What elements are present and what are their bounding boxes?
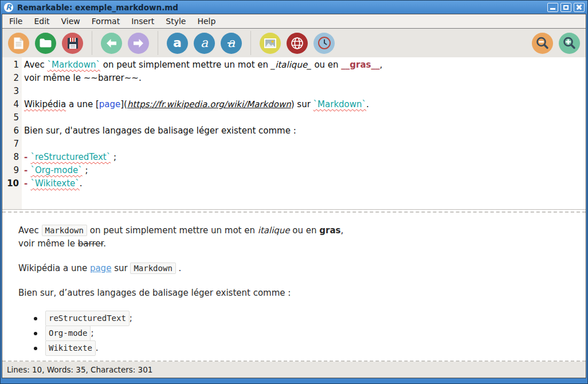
line-number: 5 <box>2 111 19 124</box>
editor-line[interactable] <box>24 85 586 98</box>
editor-text-segment: . <box>80 178 83 189</box>
editor-text-segment: `Markdown` <box>48 60 100 70</box>
folder-icon <box>39 38 52 48</box>
editor-text-segment: Wikipédia <box>24 99 66 109</box>
editor-text-segment: - <box>24 178 30 189</box>
zoom-out-button[interactable] <box>532 33 553 54</box>
arrow-left-icon <box>106 38 117 48</box>
preview-line: voir même le barrer. <box>18 237 574 250</box>
strikethrough-button[interactable]: a <box>221 33 242 54</box>
line-number: 2 <box>2 72 19 85</box>
preview-text: ; <box>91 327 93 340</box>
redo-button[interactable] <box>128 33 149 54</box>
editor-text-segment: Avec <box>24 60 48 70</box>
toolbar-separator <box>250 31 251 55</box>
preview-text: italique <box>258 225 290 236</box>
line-number: 3 <box>2 85 19 98</box>
maximize-icon <box>563 5 569 10</box>
editor-line[interactable]: - `Wikitexte`. <box>24 177 586 190</box>
line-number: 9 <box>2 164 19 177</box>
preview-line: Bien sur, d’autres langages de balisage … <box>18 287 574 300</box>
editor-text-segment: , <box>380 60 383 70</box>
preview-text: . <box>96 342 99 355</box>
list-item: Wikitexte . <box>18 341 574 355</box>
line-number: 6 <box>2 124 19 138</box>
insert-link-button[interactable] <box>287 33 308 54</box>
preview-text: Bien sur, d’autres langages de balisage … <box>18 288 291 298</box>
line-number: 1 <box>2 58 19 72</box>
menu-view[interactable]: View <box>56 17 86 26</box>
bold-a-icon: a <box>173 37 182 49</box>
editor-line[interactable]: - `reStructuredText` ; <box>24 151 586 164</box>
close-button[interactable] <box>574 3 585 12</box>
editor-line[interactable]: Wikipédia a une [page](https://fr.wikipe… <box>24 98 586 111</box>
line-number: 8 <box>2 151 19 164</box>
floppy-icon <box>67 37 79 49</box>
editor-text-segment: on peut simplement mettre un mot en <box>100 60 271 70</box>
editor-text-segment: a une [ <box>66 99 99 109</box>
remarkable-logo-icon: R <box>4 3 13 12</box>
editor-text-area[interactable]: Avec `Markdown` on peut simplement mettr… <box>22 57 586 209</box>
editor-text-segment: . <box>366 99 369 109</box>
maximize-button[interactable] <box>560 3 571 12</box>
editor-text-segment: __gras__ <box>341 60 379 70</box>
toolbar: aaa <box>2 29 586 57</box>
pane-splitter[interactable] <box>2 209 586 214</box>
list-item: reStructuredText ; <box>18 311 574 326</box>
arrow-right-icon <box>133 38 144 48</box>
editor-line[interactable]: voir même le ~~barrer~~. <box>24 72 586 85</box>
preview-text: ou en <box>290 225 320 236</box>
editor-text-segment: page <box>99 99 120 109</box>
editor-text-segment: `Markdown` <box>313 99 366 109</box>
editor-text-segment: ]( <box>120 99 127 109</box>
menu-bar: FileEditViewFormatInsertStyleHelp <box>2 14 586 29</box>
italic-button[interactable]: a <box>194 33 215 54</box>
minimize-icon <box>550 8 555 10</box>
window-title: Remarkable: exemple_markdown.md <box>17 3 178 12</box>
title-bar[interactable]: R Remarkable: exemple_markdown.md <box>1 1 587 14</box>
editor-text-segment: voir même le ~~barrer~~. <box>24 73 142 83</box>
editor-text-segment: _italique_ <box>271 60 312 70</box>
inline-code: Org-mode <box>45 326 91 341</box>
editor-pane[interactable]: 12345678910 Avec `Markdown` on peut simp… <box>2 57 586 209</box>
preview-line: Avec Markdown on peut simplement mettre … <box>18 224 574 237</box>
splitter-handle-icon <box>2 211 586 213</box>
minimize-button[interactable] <box>547 3 558 12</box>
menu-style[interactable]: Style <box>160 17 191 26</box>
menu-file[interactable]: File <box>3 17 28 26</box>
open-file-button[interactable] <box>35 33 56 54</box>
preview-text: . <box>103 238 106 249</box>
menu-format[interactable]: Format <box>86 17 126 26</box>
preview-text: sur <box>111 263 130 273</box>
list-item: Org-mode ; <box>18 326 574 340</box>
menu-edit[interactable]: Edit <box>28 17 55 26</box>
insert-image-button[interactable] <box>260 33 281 54</box>
close-icon <box>576 4 582 10</box>
save-file-button[interactable] <box>62 33 83 54</box>
editor-text-segment: ou en <box>312 60 342 70</box>
editor-line[interactable]: - `Org-mode` ; <box>24 164 586 177</box>
bold-button[interactable]: a <box>167 33 188 54</box>
toolbar-separator <box>158 31 158 55</box>
editor-text-segment: - <box>24 165 30 175</box>
bullet-icon <box>34 332 37 335</box>
line-number: 4 <box>2 98 19 111</box>
insert-timestamp-button[interactable] <box>313 33 335 54</box>
preview-text: voir même le <box>18 238 78 249</box>
preview-text: gras <box>319 225 340 236</box>
preview-link[interactable]: page <box>90 263 111 273</box>
zoom-in-button[interactable] <box>559 33 580 54</box>
editor-line[interactable] <box>24 138 586 151</box>
editor-line[interactable]: Avec `Markdown` on peut simplement mettr… <box>24 58 586 72</box>
line-number-gutter: 12345678910 <box>2 57 22 209</box>
menu-insert[interactable]: Insert <box>126 17 160 26</box>
undo-button[interactable] <box>101 33 122 54</box>
preview-paragraph: Avec Markdown on peut simplement mettre … <box>18 224 574 250</box>
toolbar-separator <box>92 31 92 55</box>
editor-line[interactable] <box>24 111 586 124</box>
italic-a-icon: a <box>201 37 208 49</box>
editor-line[interactable]: Bien sur, d'autres langages de balisage … <box>24 124 586 138</box>
new-file-button[interactable] <box>8 33 29 54</box>
menu-help[interactable]: Help <box>191 17 221 26</box>
window-content: FileEditViewFormatInsertStyleHelp aaa 12… <box>2 14 586 378</box>
